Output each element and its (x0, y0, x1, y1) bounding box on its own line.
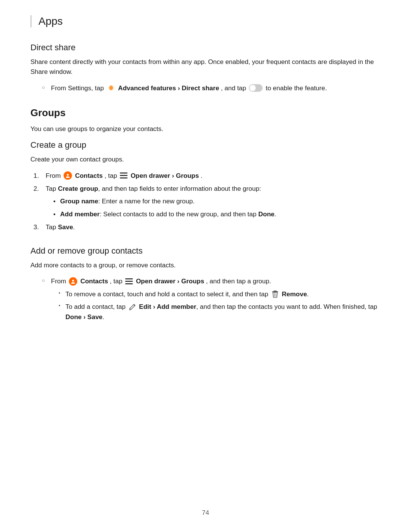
page-number: 74 (202, 509, 209, 516)
svg-rect-2 (120, 173, 127, 174)
svg-rect-4 (120, 177, 127, 179)
group-name-bullet: Group name: Enter a name for the new gro… (53, 196, 381, 206)
svg-rect-3 (120, 175, 127, 176)
create-group-description: Create your own contact groups. (30, 155, 381, 165)
contacts-icon (64, 171, 72, 180)
direct-share-description: Share content directly with your contact… (30, 57, 381, 77)
create-group-heading: Create a group (30, 140, 381, 150)
add-remove-prefix: From (51, 278, 68, 285)
groups-description: You can use groups to organize your cont… (30, 124, 381, 134)
groups-heading: Groups (30, 107, 381, 119)
add-remove-text-after: , and then tap a group. (206, 278, 271, 285)
add-remove-description: Add more contacts to a group, or remove … (30, 260, 381, 270)
svg-rect-10 (272, 291, 278, 292)
contacts-icon-2 (69, 277, 77, 286)
add-member-bullet: Add member: Select contacts to add to th… (53, 209, 381, 219)
svg-rect-7 (125, 281, 133, 282)
remove-contact-bullet: To remove a contact, touch and hold a co… (59, 289, 381, 299)
step1-prefix: From (46, 172, 62, 179)
toggle-icon (249, 84, 263, 92)
svg-rect-9 (274, 291, 277, 291)
step2-prefix: Tap Create group, and then tap fields to… (46, 185, 261, 192)
create-group-step-1: From Contacts , tap Open drawer › Groups… (42, 171, 381, 181)
step1-bold-app: Contacts (75, 172, 103, 179)
direct-share-bold-path: Advanced features › Direct share (118, 85, 219, 92)
groups-section: Groups You can use groups to organize yo… (30, 107, 381, 322)
menu-icon-2 (125, 278, 133, 284)
gear-icon (107, 84, 115, 92)
create-group-section: Create a group Create your own contact g… (30, 140, 381, 232)
add-remove-section: Add or remove group contacts Add more co… (30, 246, 381, 322)
page-header: Apps (30, 15, 381, 27)
direct-share-bullet-list: From Settings, tap Advanced features › D… (30, 83, 381, 93)
add-contact-bullet: To add a contact, tap Edit › Add member,… (59, 302, 381, 322)
add-remove-text-mid: , tap (110, 278, 124, 285)
create-group-steps: From Contacts , tap Open drawer › Groups… (30, 171, 381, 232)
direct-share-connector: , and tap (221, 85, 248, 92)
add-remove-heading: Add or remove group contacts (30, 246, 381, 256)
page-footer: 74 (0, 509, 411, 517)
step3-text: Tap Save. (46, 224, 75, 231)
create-group-step-2: Tap Create group, and then tap fields to… (42, 184, 381, 219)
direct-share-bullet-prefix: From Settings, tap (51, 85, 106, 92)
svg-rect-8 (125, 283, 133, 284)
add-remove-bullet-item: From Contacts , tap Open drawer › Groups… (42, 276, 381, 322)
trash-icon (271, 290, 279, 298)
create-group-sub-bullets: Group name: Enter a name for the new gro… (46, 196, 381, 219)
step1-bold-path: Open drawer › Groups (131, 172, 199, 179)
add-remove-bold-path: Open drawer › Groups (136, 278, 204, 285)
step1-text-mid: , tap (105, 172, 119, 179)
create-group-step-3: Tap Save. (42, 222, 381, 232)
svg-point-1 (67, 174, 69, 176)
add-remove-bullet-list: From Contacts , tap Open drawer › Groups… (30, 276, 381, 322)
page-title: Apps (38, 15, 63, 27)
add-remove-sub-bullets: To remove a contact, touch and hold a co… (51, 289, 381, 323)
direct-share-heading: Direct share (30, 43, 381, 53)
add-remove-bold-app: Contacts (80, 278, 108, 285)
step1-text-after: . (201, 172, 202, 179)
svg-rect-6 (125, 278, 133, 280)
direct-share-enable-text: to enable the feature. (266, 85, 327, 92)
direct-share-section: Direct share Share content directly with… (30, 43, 381, 93)
edit-icon (129, 303, 136, 311)
menu-icon (120, 173, 127, 179)
direct-share-bullet-item: From Settings, tap Advanced features › D… (42, 83, 381, 93)
svg-point-5 (72, 280, 74, 281)
